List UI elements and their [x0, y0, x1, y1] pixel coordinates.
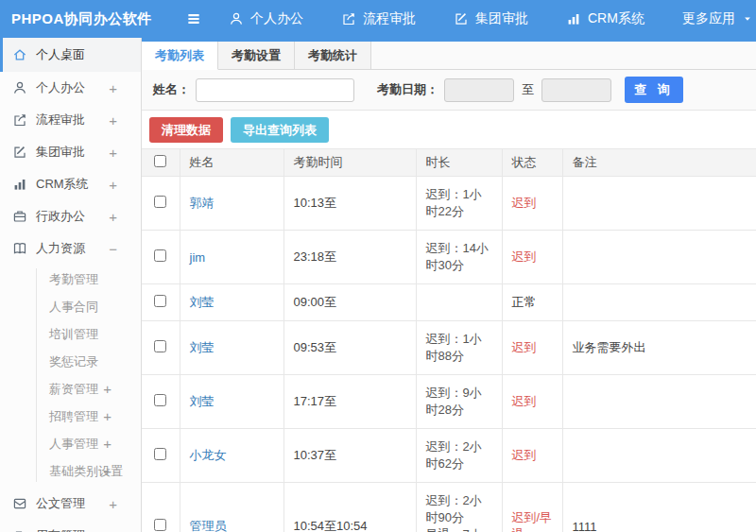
expand-plus-icon[interactable]: +: [109, 81, 117, 95]
nav-item-label: 集团审批: [475, 10, 528, 27]
row-checkbox[interactable]: [154, 196, 166, 208]
row-select-cell: [142, 231, 180, 284]
employee-name-link[interactable]: 郭靖: [190, 196, 215, 210]
name-input[interactable]: [196, 78, 354, 102]
app-title: PHPOA协同办公软件: [0, 10, 178, 28]
sidebar-item-group-approval[interactable]: 集团审批+: [0, 136, 141, 168]
collapse-minus-icon[interactable]: −: [109, 242, 117, 256]
expand-plus-icon[interactable]: +: [109, 178, 117, 192]
status-badge: 迟到: [512, 340, 537, 354]
expand-plus-icon[interactable]: +: [103, 437, 112, 451]
tab-attendance-settings[interactable]: 考勤设置: [218, 42, 295, 69]
sidebar-item-label: 个人办公: [36, 79, 85, 96]
employee-name-link[interactable]: 刘莹: [190, 394, 215, 408]
cell-attendance-time: 09:53至: [284, 321, 416, 375]
query-button[interactable]: 查 询: [625, 77, 683, 103]
row-checkbox[interactable]: [154, 394, 166, 406]
row-checkbox[interactable]: [154, 448, 166, 460]
sidebar-item-label: 流程审批: [36, 112, 85, 129]
name-label: 姓名：: [153, 81, 190, 98]
nav-item-label: CRM系统: [588, 10, 644, 27]
sidebar-subitem-recruitment-management[interactable]: 招聘管理+: [0, 403, 141, 430]
cell-duration: 迟到：2小时90分早退：7小时10分: [416, 483, 502, 532]
duration-line: 迟到：9小时28分: [426, 385, 492, 419]
sidebar-item-label: 行政办公: [36, 208, 85, 225]
status-badge: 正常: [512, 295, 537, 309]
nav-item-personal-office[interactable]: 个人办公: [229, 10, 303, 27]
row-select-cell: [142, 483, 180, 532]
cell-duration: 迟到：9小时28分: [416, 375, 502, 429]
tab-attendance-stats[interactable]: 考勤统计: [295, 42, 371, 69]
employee-name-link[interactable]: jim: [190, 250, 206, 265]
table-header-row: 姓名 考勤时间 时长 状态 备注: [142, 149, 756, 177]
table-row: 郭靖10:13至迟到：1小时22分迟到: [142, 177, 756, 231]
row-checkbox[interactable]: [154, 249, 166, 262]
row-checkbox[interactable]: [154, 340, 166, 352]
sidebar-subitem-attendance-management[interactable]: 考勤管理: [0, 266, 141, 293]
duration-line: 迟到：2小时90分: [426, 492, 492, 526]
export-list-button[interactable]: 导出查询列表: [231, 117, 329, 143]
cell-note: 1111: [562, 483, 756, 532]
nav-item-label: 流程审批: [363, 10, 416, 27]
row-checkbox[interactable]: [154, 295, 166, 307]
row-select-cell: [142, 429, 180, 483]
employee-name-link[interactable]: 管理员: [190, 519, 227, 532]
col-header-note: 备注: [562, 149, 756, 177]
sidebar-subitem-label: 培训管理: [49, 326, 98, 343]
status-badge: 迟到: [512, 249, 537, 264]
sidebar-subitem-reward-punishment[interactable]: 奖惩记录: [0, 348, 141, 375]
expand-plus-icon[interactable]: +: [109, 146, 117, 160]
sidebar-item-label: 公文管理: [36, 495, 85, 512]
sidebar-item-human-resources[interactable]: 人力资源−: [0, 232, 141, 265]
employee-name-link[interactable]: 小龙女: [190, 448, 227, 462]
nav-item-group-approval[interactable]: 集团审批: [454, 10, 528, 27]
cell-note: [562, 177, 756, 231]
table-row: 小龙女10:37至迟到：2小时62分迟到: [142, 429, 756, 483]
expand-plus-icon[interactable]: +: [109, 210, 117, 224]
sidebar-subitem-label: 基础类别设置: [49, 463, 123, 480]
date-end-input[interactable]: [541, 78, 611, 102]
table-row: 刘莹09:53至迟到：1小时88分迟到业务需要外出: [142, 321, 756, 375]
nav-item-workflow-approval[interactable]: 流程审批: [341, 10, 416, 27]
date-start-input[interactable]: [444, 78, 514, 102]
sidebar-item-personal-desktop[interactable]: 个人桌面: [0, 38, 141, 72]
sidebar-item-label: 个人桌面: [36, 46, 85, 63]
sidebar-subitem-salary-management[interactable]: 薪资管理+: [0, 375, 141, 403]
cell-status: 迟到: [502, 231, 562, 284]
cell-note: 业务需要外出: [562, 321, 756, 375]
top-nav: 个人办公流程审批集团审批CRM系统更多应用: [229, 10, 753, 27]
expand-plus-icon[interactable]: +: [103, 464, 112, 478]
row-checkbox[interactable]: [154, 519, 166, 531]
sidebar-subitem-personnel-management[interactable]: 人事管理+: [0, 430, 141, 457]
sidebar-item-crm-system[interactable]: CRM系统+: [0, 168, 141, 200]
nav-item-crm-system[interactable]: CRM系统: [566, 10, 644, 27]
employee-name-link[interactable]: 刘莹: [190, 295, 215, 309]
select-all-checkbox[interactable]: [154, 155, 166, 167]
sidebar-item-personal-office[interactable]: 个人办公+: [0, 72, 141, 104]
expand-plus-icon[interactable]: +: [103, 409, 112, 423]
menu-icon[interactable]: [185, 10, 202, 27]
col-header-time: 考勤时间: [284, 149, 416, 177]
status-badge: 迟到: [512, 448, 537, 462]
sidebar-item-vehicle-management[interactable]: 用车管理+: [0, 520, 141, 532]
sidebar-item-admin-office[interactable]: 行政办公+: [0, 200, 141, 232]
sidebar-item-document-management[interactable]: 公文管理+: [0, 488, 141, 520]
sidebar-item-workflow-approval[interactable]: 流程审批+: [0, 104, 141, 136]
nav-item-label: 个人办公: [250, 10, 303, 27]
sidebar-subitem-personnel-contract[interactable]: 人事合同: [0, 293, 141, 320]
tab-attendance-list[interactable]: 考勤列表: [142, 42, 218, 70]
sidebar-subitem-training-management[interactable]: 培训管理: [0, 320, 141, 348]
cell-attendance-time: 09:00至: [284, 284, 416, 321]
employee-name-link[interactable]: 刘莹: [190, 340, 215, 354]
expand-plus-icon[interactable]: +: [109, 113, 117, 128]
expand-plus-icon[interactable]: +: [109, 497, 117, 511]
duration-line: 迟到：1小时22分: [426, 186, 492, 220]
cell-name: 刘莹: [180, 284, 284, 321]
nav-item-more-apps[interactable]: 更多应用: [682, 10, 753, 27]
row-select-cell: [142, 177, 180, 231]
expand-plus-icon[interactable]: +: [103, 382, 112, 396]
sidebar-subitem-basic-category-settings[interactable]: 基础类别设置+: [0, 457, 141, 485]
clean-data-button[interactable]: 清理数据: [149, 117, 223, 143]
expand-plus-icon[interactable]: +: [109, 529, 117, 532]
attendance-table: 姓名 考勤时间 时长 状态 备注 郭靖10:13至迟到：1小时22分迟到jim2…: [142, 148, 756, 532]
